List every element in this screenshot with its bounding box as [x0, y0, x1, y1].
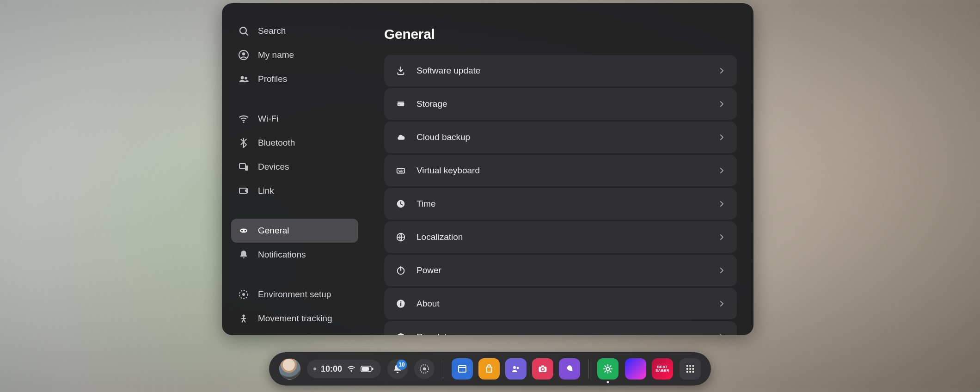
row-software-update[interactable]: Software update: [384, 55, 737, 86]
tile-text: BEATSABER: [655, 365, 669, 373]
svg-point-10: [689, 368, 691, 370]
storage-icon: [395, 98, 406, 110]
sidebar-item-label: My name: [258, 50, 294, 60]
row-cloud-backup[interactable]: Cloud backup: [384, 122, 737, 153]
sidebar-item-search[interactable]: Search: [231, 19, 358, 43]
sidebar-item-label: Profiles: [258, 74, 287, 84]
cast-button[interactable]: [414, 359, 435, 379]
sidebar-item-label: Search: [258, 26, 286, 36]
settings-panel: SearchMy nameProfilesWi-FiBluetoothDevic…: [222, 3, 753, 335]
app-library-button[interactable]: [680, 358, 701, 380]
sidebar-item-my-name[interactable]: My name: [231, 43, 358, 67]
sidebar-item-profiles[interactable]: Profiles: [231, 67, 358, 91]
general-list[interactable]: Software updateStorageCloud backupVirtua…: [384, 55, 737, 335]
power-icon: [395, 265, 406, 276]
taskbar-sep: [443, 359, 443, 379]
chevron-right-icon: [717, 233, 726, 241]
devices-icon: [238, 161, 250, 173]
row-about[interactable]: About: [384, 288, 737, 319]
svg-point-7: [689, 365, 691, 367]
wifi-icon: [238, 113, 250, 125]
battery-status-icon: [361, 365, 374, 373]
app-tile-recent-galaxy[interactable]: [625, 358, 646, 380]
taskbar-settings-slot: [597, 358, 619, 380]
taskbar: 10:00 10 BEATSABER: [269, 352, 711, 386]
globe-icon: [395, 232, 406, 243]
settings-sidebar[interactable]: SearchMy nameProfilesWi-FiBluetoothDevic…: [222, 3, 368, 335]
sidebar-item-label: Movement tracking: [258, 313, 332, 324]
app-tile-settings[interactable]: [597, 358, 619, 380]
person-icon: [238, 49, 250, 61]
boundary-icon: [238, 288, 250, 300]
chevron-right-icon: [717, 333, 726, 335]
sidebar-item-wifi[interactable]: Wi-Fi: [231, 107, 358, 131]
row-power[interactable]: Power: [384, 255, 737, 286]
app-tile-camera[interactable]: [532, 358, 553, 380]
headset-icon: [238, 225, 250, 237]
clock-text: 10:00: [321, 364, 342, 374]
row-time[interactable]: Time: [384, 188, 737, 220]
bag-tile-icon: [484, 363, 495, 374]
chevron-right-icon: [717, 133, 726, 141]
sidebar-item-label: General: [258, 226, 289, 236]
chevron-right-icon: [717, 200, 726, 208]
settings-content: General Software updateStorageCloud back…: [368, 3, 753, 335]
search-icon: [238, 25, 250, 37]
app-tile-people[interactable]: [505, 358, 527, 380]
app-tile-recent-beatsaber[interactable]: BEATSABER: [652, 358, 673, 380]
app-tile-remote[interactable]: [559, 358, 580, 380]
avatar[interactable]: [279, 358, 300, 380]
download-icon: [395, 65, 406, 76]
keyboard-icon: [395, 165, 406, 176]
clock-icon: [395, 198, 406, 209]
shield-icon: [395, 331, 406, 335]
row-virtual-keyboard[interactable]: Virtual keyboard: [384, 155, 737, 186]
chevron-right-icon: [717, 166, 726, 175]
svg-point-5: [423, 368, 426, 370]
row-label: Storage: [416, 99, 707, 109]
active-dot-icon: [607, 381, 609, 383]
sidebar-item-general[interactable]: General: [231, 219, 358, 243]
sidebar-item-bluetooth[interactable]: Bluetooth: [231, 131, 358, 155]
sidebar-item-notifications[interactable]: Notifications: [231, 243, 358, 267]
status-pill[interactable]: 10:00: [307, 360, 381, 378]
svg-point-6: [686, 365, 688, 367]
gear-tile-icon: [602, 363, 613, 374]
wifi-status-icon: [347, 364, 356, 374]
grid-icon: [685, 364, 695, 374]
link-icon: [238, 185, 250, 197]
people-icon: [238, 73, 250, 85]
chevron-right-icon: [717, 67, 726, 75]
svg-rect-2: [372, 368, 374, 370]
sidebar-item-environment-setup[interactable]: Environment setup: [231, 282, 358, 306]
svg-rect-3: [362, 367, 369, 371]
sidebar-item-label: Wi-Fi: [258, 114, 278, 124]
row-regulatory[interactable]: Regulatory: [384, 321, 737, 335]
svg-point-11: [692, 368, 694, 370]
row-label: Localization: [416, 232, 707, 242]
sidebar-item-movement-tracking[interactable]: Movement tracking: [231, 306, 358, 331]
people-tile-icon: [510, 363, 521, 374]
chevron-right-icon: [717, 266, 726, 275]
row-storage[interactable]: Storage: [384, 88, 737, 120]
row-label: Cloud backup: [416, 132, 707, 142]
app-tile-store[interactable]: [478, 358, 500, 380]
notifications-button[interactable]: 10: [387, 359, 408, 379]
row-label: Regulatory: [416, 332, 707, 335]
app-tile-browser[interactable]: [452, 358, 473, 380]
cast-icon: [419, 363, 430, 374]
sidebar-item-link[interactable]: Link: [231, 179, 358, 203]
row-label: Time: [416, 199, 707, 209]
row-localization[interactable]: Localization: [384, 221, 737, 253]
taskbar-apps: [452, 358, 580, 380]
bell-icon: [238, 249, 250, 261]
row-label: Virtual keyboard: [416, 165, 707, 176]
row-label: About: [416, 299, 707, 309]
row-label: Software update: [416, 66, 707, 76]
sidebar-item-devices[interactable]: Devices: [231, 155, 358, 179]
tracking-icon: [238, 312, 250, 325]
camera-tile-icon: [537, 363, 548, 374]
sidebar-item-label: Link: [258, 186, 274, 196]
bluetooth-icon: [238, 137, 250, 149]
svg-point-0: [351, 371, 352, 372]
